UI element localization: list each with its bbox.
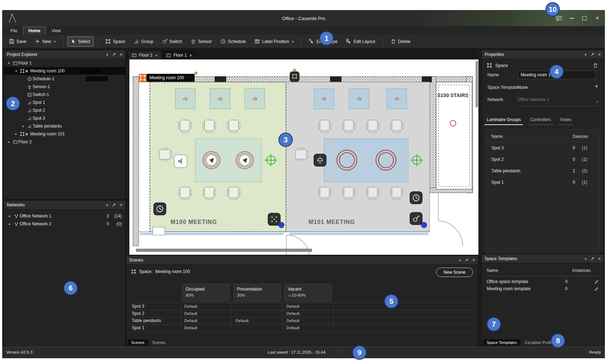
edit-layout-button[interactable]: Edit Layout [343, 36, 379, 47]
close-icon[interactable]: × [598, 52, 601, 57]
scene-options-dots[interactable]: ·· [220, 294, 226, 299]
template-row-office-space-template[interactable]: Office space template0 [487, 278, 599, 285]
tree-item-table-pendants[interactable]: ▸Table pendants [4, 122, 125, 130]
switch-panel-button[interactable] [268, 213, 280, 225]
scene-cell[interactable]: Default [184, 310, 229, 317]
tab-luminaire-groups[interactable]: Luminaire Groups [485, 116, 523, 125]
collapse-icon[interactable]: ▾ [459, 258, 461, 262]
close-button[interactable]: × [594, 15, 601, 22]
schedule-device-button[interactable] [410, 192, 422, 204]
pin-icon[interactable] [590, 52, 595, 57]
expander-icon[interactable]: ▸ [13, 132, 19, 136]
scene-row-spot-3[interactable]: Spot 3 [132, 303, 178, 310]
minimize-button[interactable] [568, 15, 575, 22]
scene-cell[interactable]: Default [286, 303, 331, 310]
luminaire-group-row[interactable]: Spot 20(1) [486, 154, 599, 165]
tree-item-sensor-1[interactable]: Sensor-1 [4, 83, 125, 91]
switch-button[interactable]: Switch [158, 36, 186, 47]
scene-cell[interactable]: Default [235, 317, 280, 324]
maximize-button[interactable] [581, 15, 588, 22]
scene-column-presentation[interactable]: Presentation30%·· [233, 284, 281, 302]
space-label-chip[interactable]: Meeting room 100 [139, 72, 197, 82]
tab-floor-2[interactable]: Floor 2× [128, 51, 162, 59]
trash-icon[interactable] [593, 63, 598, 68]
collapse-icon[interactable]: ▾ [106, 53, 108, 57]
tree-item-meeting-room-100[interactable]: ▾Meeting room 100 [4, 67, 125, 75]
expander-icon[interactable]: ▸ [20, 124, 26, 128]
scene-cell[interactable]: Default [286, 317, 331, 324]
tab-space-templates[interactable]: Space Templates [483, 339, 520, 346]
pin-icon[interactable] [112, 52, 116, 57]
group-button[interactable]: Group [130, 36, 157, 47]
scenes-tab-1[interactable]: Scenes [149, 339, 169, 346]
close-icon[interactable]: × [155, 53, 158, 58]
network-item-office-network-2[interactable]: ▸Office Network 20(0) [4, 220, 125, 228]
collapse-icon[interactable]: ▾ [585, 257, 587, 261]
add-template-icon[interactable]: + [595, 83, 598, 89]
scene-row-spot-2[interactable]: Spot 2 [132, 310, 178, 317]
scene-cell[interactable]: Default [184, 303, 229, 310]
horizontal-scrollbar[interactable] [136, 249, 312, 252]
pin-icon[interactable] [464, 258, 469, 262]
scene-cell[interactable]: Default [184, 324, 229, 331]
switch-device-button[interactable] [174, 155, 187, 168]
tree-item-meeting-room-101[interactable]: ▸Meeting room 101 [4, 130, 125, 138]
close-icon[interactable]: × [189, 53, 192, 58]
scene-cell[interactable]: Default [184, 317, 229, 324]
selection-handle[interactable] [290, 69, 299, 82]
tab-notes[interactable]: Notes [558, 116, 573, 125]
menu-home[interactable]: Home [23, 27, 46, 35]
tree-item-switch-1[interactable]: Switch-1 [4, 91, 125, 99]
template-row-meeting-room-template[interactable]: Meeting room template0 [487, 285, 599, 292]
collapse-icon[interactable]: ▾ [106, 203, 108, 207]
close-icon[interactable]: × [120, 202, 123, 207]
pin-icon[interactable] [590, 257, 595, 261]
label-position-button[interactable]: Label Position▾ [251, 36, 297, 47]
luminaire-group-row[interactable]: Spot 10(1) [486, 177, 599, 188]
floorplan-canvas[interactable]: S150 STAIRS [129, 59, 478, 255]
expander-icon[interactable]: ▾ [6, 61, 12, 65]
tab-controllers[interactable]: Controllers [528, 116, 553, 125]
tree-item-floor-1[interactable]: ▾Floor 1 [4, 59, 125, 67]
expander-icon[interactable]: ▸ [7, 222, 13, 226]
tab-floor-1[interactable]: Floor 1× [162, 51, 196, 59]
sensor-button[interactable]: Sensor [187, 36, 215, 47]
schedule-device-button[interactable] [154, 203, 166, 215]
scene-row-spot-1[interactable]: Spot 1 [132, 324, 178, 331]
collapse-icon[interactable]: ▾ [585, 53, 587, 57]
scenes-tab-0[interactable]: Scenes [128, 339, 148, 346]
template-value[interactable]: None [517, 85, 528, 90]
close-icon[interactable]: × [598, 256, 601, 261]
feedback-chat-icon[interactable] [555, 15, 562, 22]
tree-item-schedule-1[interactable]: Schedule-1 [4, 75, 125, 83]
tree-item-floor-2[interactable]: ▸Floor 2 [4, 138, 125, 146]
vertical-scrollbar[interactable] [476, 61, 478, 107]
menu-file[interactable]: File [5, 27, 22, 35]
tree-item-spot-3[interactable]: Spot 3 [4, 114, 125, 122]
scene-cell[interactable]: Default [286, 324, 331, 331]
tree-item-spot-2[interactable]: Spot 2 [4, 106, 125, 114]
edit-pencil-icon[interactable] [592, 279, 599, 284]
close-icon[interactable]: × [472, 258, 475, 263]
schedule-button[interactable]: Schedule [217, 36, 249, 47]
scene-column-vacant[interactable]: Vacant☼10-60%·· [284, 284, 332, 302]
tree-item-spot-1[interactable]: Spot 1 [4, 99, 125, 106]
space-button[interactable]: Space [102, 36, 129, 47]
edit-pencil-icon[interactable] [592, 287, 599, 291]
scene-column-occupied[interactable]: Occupied80%·· [182, 284, 230, 302]
delete-button[interactable]: Delete [387, 36, 414, 47]
sensor-device-button[interactable] [314, 154, 326, 166]
luminaire-group-row[interactable]: Table pendants2(2) [486, 165, 599, 177]
new-button[interactable]: New▾ [31, 36, 59, 47]
expander-icon[interactable]: ▾ [13, 69, 19, 73]
close-icon[interactable]: × [120, 52, 123, 57]
select-button[interactable]: Select [67, 37, 94, 47]
network-item-office-network-1[interactable]: ▸Office Network 13(14) [4, 212, 125, 220]
scene-options-dots[interactable]: ·· [322, 294, 328, 299]
scene-row-table-pendants[interactable]: Table pendants [132, 317, 178, 324]
new-scene-button[interactable]: New Scene [436, 268, 473, 277]
menu-view[interactable]: View [47, 27, 66, 35]
scene-options-dots[interactable]: ·· [271, 294, 277, 299]
expander-icon[interactable]: ▸ [6, 140, 12, 144]
scene-cell[interactable]: Default [286, 310, 331, 317]
